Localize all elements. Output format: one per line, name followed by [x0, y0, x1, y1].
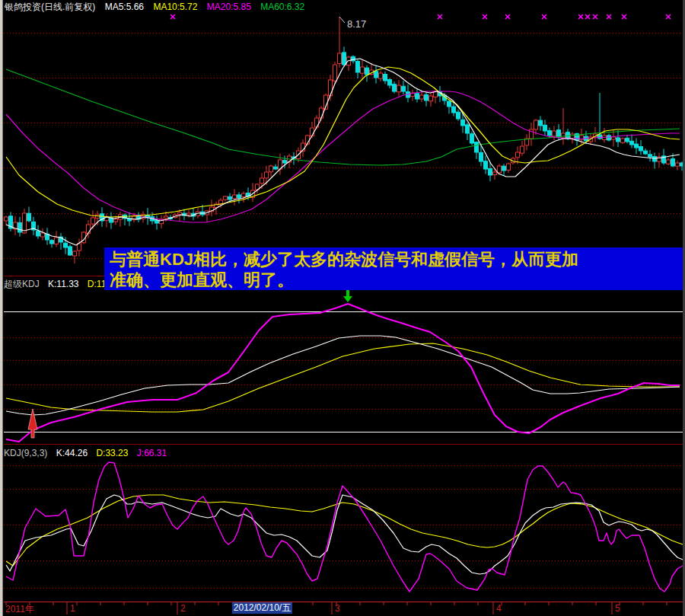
candle-body [402, 86, 406, 91]
candle-body [470, 134, 474, 143]
candle-body [18, 222, 22, 232]
ma-line-MA60 [6, 69, 680, 165]
candle-body [475, 142, 479, 152]
candlestick-series [5, 17, 684, 263]
sell-marker-x-icon [622, 14, 626, 19]
axis-month-label: 1 [70, 603, 75, 614]
annotation-banner-line1: 与普通KDJ相比，减少了太多的杂波信号和虚假信号，从而更加 [110, 249, 685, 270]
axis-month-label: 5 [615, 603, 620, 614]
ma20-value: MA20:5.85 [207, 2, 251, 12]
candle-body [648, 155, 652, 157]
axis-month-label: 3 [335, 603, 340, 614]
annotation-banner: 与普通KDJ相比，减少了太多的杂波信号和虚假信号，从而更加 准确、更加直观、明了… [104, 247, 685, 290]
kdj-j-value: J:66.31 [137, 448, 167, 458]
annotation-banner-line2: 准确、更加直观、明了。 [110, 270, 685, 290]
time-axis: 2011年 12345 2012/02/10/五 [0, 601, 685, 616]
candle-body [374, 71, 378, 78]
candle-body [37, 231, 40, 236]
super-kdj-d-value: D:11 [88, 279, 106, 289]
sell-marker-x-icon [593, 14, 597, 19]
candle-body [233, 195, 237, 199]
sell-marker-x-icon [438, 14, 442, 19]
candle-body [571, 134, 575, 139]
window-border-left [0, 0, 3, 616]
candle-body [384, 74, 387, 81]
sell-signal-arrow-icon [343, 296, 352, 302]
candle-body [342, 53, 346, 65]
candle-body [612, 137, 616, 139]
candle-body [338, 53, 342, 64]
candle-body [521, 146, 524, 153]
candle-body [457, 112, 460, 119]
candle-body [562, 133, 566, 138]
ma5-value: MA5:5.66 [105, 2, 144, 12]
sell-marker-x-icon [483, 14, 487, 19]
candle-body [420, 95, 424, 99]
high-price-label: 8.17 [347, 18, 366, 30]
ma60-value: MA60:6.32 [260, 2, 304, 12]
candle-body [507, 164, 511, 170]
candle-body [539, 120, 543, 126]
candle-body [630, 141, 634, 145]
candle-body [671, 159, 675, 166]
candle-body [548, 131, 552, 136]
candle-body [68, 247, 72, 255]
candle-body [621, 139, 625, 142]
candle-body [498, 166, 502, 173]
chart-canvas[interactable]: 8.17 [0, 0, 685, 616]
candle-body [283, 161, 287, 163]
sell-marker-x-icon [578, 14, 583, 19]
stock-app-window: 8.17 银鸽投资(日线.前复权) MA5:5.66 MA10:5.72 MA2… [0, 0, 685, 616]
candle-body [416, 94, 419, 99]
candle-body [493, 172, 497, 174]
candle-body [73, 251, 77, 256]
candle-body [269, 166, 273, 172]
high-annotation-arrow [339, 17, 345, 23]
axis-month-label: 4 [496, 603, 502, 614]
kdj-label-row: KDJ(9,3,3) K:44.26 D:33.23 J:66.31 [4, 448, 167, 458]
axis-year-label: 2011年 [5, 603, 34, 616]
superkdj-line-J [6, 304, 680, 442]
candle-body [388, 80, 392, 85]
candle-body [397, 85, 401, 92]
sell-marker-x-icon [170, 14, 175, 19]
candle-body [639, 147, 643, 151]
ma-line-MA5 [6, 59, 680, 245]
candle-body [178, 212, 182, 214]
candle-body [452, 107, 456, 113]
candle-body [333, 65, 337, 81]
kdj-d-value: D:33.23 [96, 448, 128, 458]
candle-body [635, 144, 639, 148]
candle-body [260, 178, 264, 184]
candle-body [607, 136, 611, 140]
ma-line-MA10 [6, 67, 680, 217]
candle-body [91, 218, 95, 224]
candle-body [502, 166, 506, 171]
candle-body [516, 152, 520, 158]
sell-marker-x-icon [585, 14, 590, 19]
kdj-line-D [6, 495, 683, 566]
candle-body [274, 167, 278, 169]
ma10-value: MA10:5.72 [153, 2, 197, 12]
candle-body [448, 101, 451, 107]
cursor-date-chip: 2012/02/10/五 [232, 602, 292, 614]
candle-body [78, 244, 81, 251]
candle-body [425, 94, 429, 101]
candle-body [379, 73, 383, 78]
candle-body [484, 161, 488, 169]
candle-body [187, 213, 191, 215]
candle-body [356, 62, 360, 72]
candle-body [543, 125, 547, 131]
super-kdj-label-row: 超级KDJ K:11.33 D:11 [4, 278, 112, 291]
kdj-k-value: K:44.26 [56, 448, 88, 458]
superkdj-line-D [6, 343, 680, 412]
sell-marker-x-icon [505, 14, 510, 19]
candle-body [242, 193, 246, 197]
sell-marker-x-icon [542, 14, 546, 19]
candle-body [265, 172, 269, 178]
sell-marker-x-icon [607, 14, 611, 19]
symbol-title: 银鸽投资(日线.前复权) [5, 2, 95, 12]
candle-body [329, 80, 333, 96]
candle-body [155, 221, 159, 223]
candle-body [429, 96, 433, 101]
